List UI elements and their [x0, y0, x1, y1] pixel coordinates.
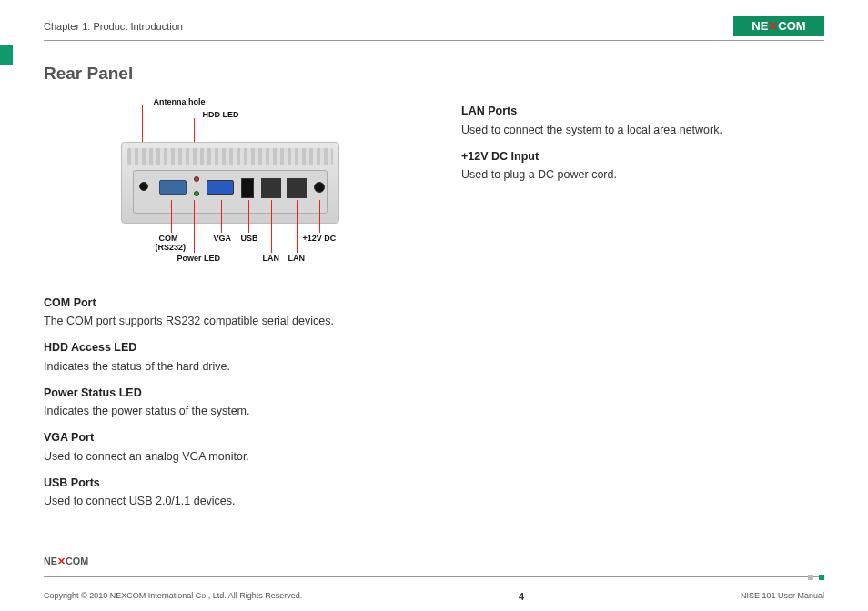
chapter-label: Chapter 1: Product Introduction: [44, 19, 183, 35]
footer-rule: [44, 576, 824, 589]
nexcom-logo-footer: NE✕COM: [44, 555, 109, 569]
label-dc: +12V DC: [303, 233, 337, 245]
definition-item: USB Ports Used to connect USB 2.0/1.1 de…: [44, 475, 407, 511]
item-body: Used to connect the system to a local ar…: [461, 122, 824, 139]
label-lan: LAN: [288, 253, 306, 265]
faceplate: [133, 170, 328, 214]
item-heading: USB Ports: [44, 475, 407, 492]
item-body: Used to connect an analog VGA monitor.: [44, 448, 407, 466]
lead-line: [297, 200, 298, 253]
item-body: Used to connect USB 2.0/1.1 devices.: [44, 493, 407, 510]
section-title: Rear Panel: [44, 61, 407, 87]
header-bar: Chapter 1: Product Introduction NE✕COM: [44, 16, 824, 41]
item-heading: HDD Access LED: [44, 339, 407, 356]
item-heading: +12V DC Input: [461, 148, 824, 165]
item-body: Used to plug a DC power cord.: [461, 166, 824, 184]
power-led-icon: [194, 191, 199, 196]
lead-line: [271, 200, 272, 253]
copyright-text: Copyright © 2010 NEXCOM International Co…: [44, 590, 302, 603]
nexcom-logo: NE✕COM: [733, 16, 824, 36]
usb-port-icon: [241, 178, 254, 198]
definition-item: COM Port The COM port supports RS232 com…: [44, 295, 407, 331]
lan-port-icon: [261, 178, 281, 198]
label-antenna: Antenna hole: [154, 96, 206, 109]
left-column: Rear Panel Antenna hole HDD LED: [44, 61, 407, 510]
vga-port-icon: [207, 180, 234, 195]
com-port-icon: [159, 180, 187, 195]
item-heading: Power Status LED: [44, 385, 407, 402]
lead-line: [319, 200, 320, 233]
footer: NE✕COM Copyright © 2010 NEXCOM Internati…: [44, 555, 824, 604]
svg-text:NE✕COM: NE✕COM: [44, 556, 88, 566]
label-vga: VGA: [214, 233, 232, 245]
definition-item: VGA Port Used to connect an analog VGA m…: [44, 429, 407, 466]
lead-line: [221, 200, 222, 233]
label-hdd-led: HDD LED: [203, 109, 239, 122]
device-body: [121, 142, 339, 224]
right-column: LAN Ports Used to connect the system to …: [461, 61, 824, 510]
label-power-led: Power LED: [177, 253, 221, 265]
dc-input-icon: [314, 182, 325, 193]
rear-panel-diagram: Antenna hole HDD LED: [76, 96, 376, 278]
item-heading: COM Port: [44, 295, 407, 312]
definition-item: +12V DC Input Used to plug a DC power co…: [461, 148, 824, 185]
edge-tab: [0, 45, 13, 65]
label-lan: LAN: [263, 253, 280, 265]
lan-port-icon: [287, 178, 307, 198]
item-body: Indicates the power status of the system…: [44, 403, 407, 420]
definition-item: LAN Ports Used to connect the system to …: [461, 103, 824, 139]
item-heading: LAN Ports: [461, 103, 824, 120]
lead-line: [171, 200, 172, 233]
label-usb: USB: [241, 233, 258, 245]
page-number: 4: [519, 589, 524, 605]
item-body: The COM port supports RS232 compatible s…: [44, 313, 407, 330]
item-body: Indicates the status of the hard drive.: [44, 358, 407, 376]
definition-item: Power Status LED Indicates the power sta…: [44, 385, 407, 421]
item-heading: VGA Port: [44, 429, 407, 446]
definition-item: HDD Access LED Indicates the status of t…: [44, 339, 407, 376]
svg-text:NE✕COM: NE✕COM: [752, 19, 805, 33]
hdd-led-icon: [194, 176, 199, 182]
lead-line: [248, 200, 249, 233]
doc-title: NISE 101 User Manual: [741, 590, 824, 603]
antenna-hole-icon: [139, 182, 148, 191]
lead-line: [194, 200, 195, 253]
